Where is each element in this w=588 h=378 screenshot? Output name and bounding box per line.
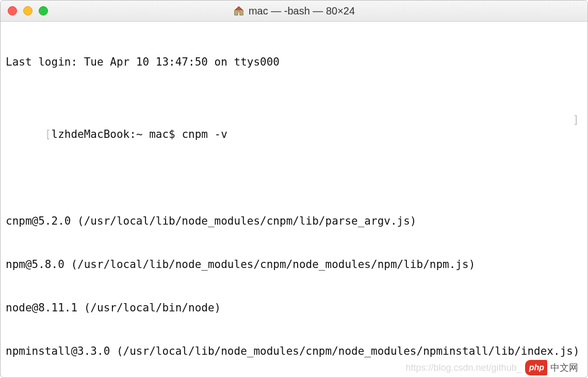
watermark: https://blog.csdn.net/github_ php 中文网 [406, 360, 579, 375]
output-line: npm@5.8.0 (/usr/local/lib/node_modules/c… [6, 257, 582, 272]
output-line: npminstall@3.3.0 (/usr/local/lib/node_mo… [6, 344, 582, 358]
window-title-text: mac — -bash — 80×24 [249, 5, 355, 17]
bracket-left: [ [45, 128, 52, 140]
home-icon [233, 5, 244, 17]
traffic-lights [8, 6, 48, 15]
titlebar[interactable]: mac — -bash — 80×24 [1, 1, 587, 22]
watermark-cn: 中文网 [550, 360, 578, 375]
output-line: node@8.11.1 (/usr/local/bin/node) [6, 301, 582, 315]
prompt-host: lzhdeMacBook:~ mac$ [52, 128, 175, 140]
php-badge: php [525, 360, 547, 375]
window-title: mac — -bash — 80×24 [1, 5, 587, 17]
terminal-body[interactable]: Last login: Tue Apr 10 13:47:50 on ttys0… [1, 22, 587, 377]
prompt-line: [lzhdeMacBook:~ mac$ cnpm -v ] [6, 113, 582, 170]
bracket-right: ] [573, 113, 579, 127]
watermark-text: https://blog.csdn.net/github_ [406, 360, 522, 375]
minimize-button[interactable] [23, 6, 32, 15]
terminal-window: mac — -bash — 80×24 Last login: Tue Apr … [0, 0, 588, 378]
output-line: Last login: Tue Apr 10 13:47:50 on ttys0… [6, 55, 582, 69]
close-button[interactable] [8, 6, 17, 15]
output-line: cnpm@5.2.0 (/usr/local/lib/node_modules/… [6, 214, 582, 228]
prompt-command: cnpm -v [182, 128, 227, 140]
zoom-button[interactable] [39, 6, 48, 15]
